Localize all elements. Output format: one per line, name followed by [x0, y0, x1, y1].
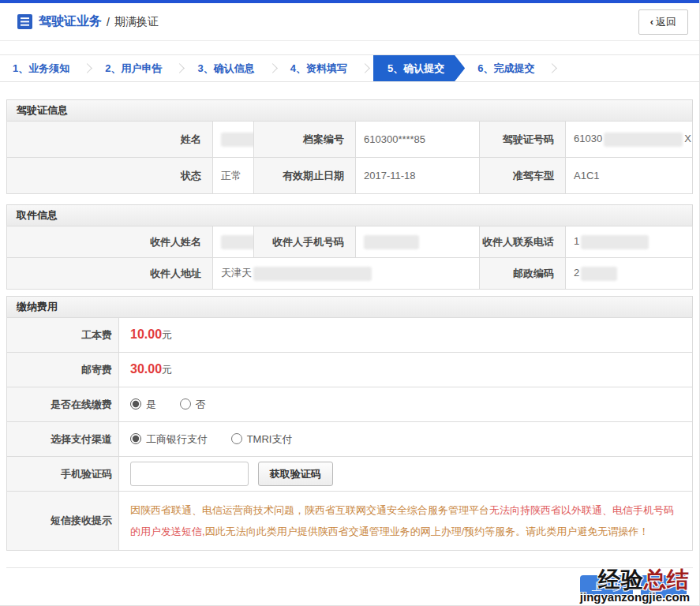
- sms-code-row: 获取验证码: [119, 457, 693, 492]
- radio-yes[interactable]: [130, 398, 141, 410]
- expiry-date-value: 2017-11-18: [356, 158, 480, 194]
- license-section-header: 驾驶证信息: [6, 99, 693, 121]
- pickup-section-header: 取件信息: [6, 204, 693, 226]
- table-row: 是否在线缴费 是 否: [7, 387, 693, 422]
- list-icon: [17, 14, 32, 29]
- postage-fee-label: 邮寄费: [7, 353, 119, 387]
- archive-number-label: 档案编号: [254, 122, 356, 158]
- recipient-mobile-value: [356, 226, 480, 258]
- censored-value: [581, 267, 617, 281]
- censored-value: [221, 133, 254, 147]
- recipient-tel-label: 收件人联系电话: [480, 226, 566, 258]
- table-row: 短信接收提示 因陕西省联通、电信运营商技术问题，陕西省互联网交通安全综合服务管理…: [7, 492, 693, 551]
- table-row: 选择支付渠道 工商银行支付 TMRI支付: [7, 422, 693, 457]
- archive-number-value: 610300****85: [356, 122, 480, 158]
- table-row: 邮寄费 30.00元: [7, 353, 693, 387]
- production-fee-value: 10.00元: [119, 318, 693, 353]
- sms-notice-text: 因陕西省联通、电信运营商技术问题，陕西省互联网交通安全综合服务管理平台无法向持陕…: [119, 492, 693, 551]
- chevron-separator-icon: [82, 63, 92, 73]
- sms-code-label: 手机验证码: [7, 457, 119, 492]
- name-value: [213, 122, 254, 158]
- pay-channel-label: 选择支付渠道: [7, 422, 119, 457]
- step-tab-6[interactable]: 6、完成提交: [465, 55, 547, 81]
- page-header: 驾驶证业务 / 期满换证 ‹返回: [0, 3, 699, 41]
- step-tab-3[interactable]: 3、确认信息: [185, 55, 267, 81]
- recipient-name-value: [213, 226, 254, 258]
- notice-part-1: 因陕西省联通、电信运营商技术问题，陕西省互联网交通安全综合服务管理平台: [130, 504, 489, 516]
- zip-code-label: 邮政编码: [480, 258, 566, 290]
- license-number-label: 驾驶证号码: [480, 122, 566, 158]
- step-tab-2[interactable]: 2、用户申告: [92, 55, 174, 81]
- online-pay-options: 是 否: [119, 387, 693, 422]
- production-fee-label: 工本费: [7, 318, 119, 353]
- table-row: 手机验证码 获取验证码: [7, 457, 693, 492]
- sms-notice-label: 短信接收提示: [7, 492, 119, 551]
- step-tab-1[interactable]: 1、业务须知: [0, 55, 82, 81]
- table-row: 收件人姓名 收件人手机号码 收件人联系电话 1: [7, 226, 693, 258]
- step-tab-5-active[interactable]: 5、确认提交: [373, 55, 465, 81]
- get-code-button[interactable]: 获取验证码: [258, 462, 333, 486]
- breadcrumb-divider: /: [107, 16, 110, 28]
- zip-code-value: 2: [566, 258, 693, 290]
- recipient-tel-value: 1: [566, 226, 693, 258]
- vehicle-class-label: 准驾车型: [480, 158, 566, 194]
- pickup-info-table: 收件人姓名 收件人手机号码 收件人联系电话 1 收件人地址 天津天 邮政编码 2: [6, 226, 693, 290]
- covered-submit-button[interactable]: [641, 575, 687, 598]
- censored-value: [364, 235, 419, 249]
- recipient-address-value: 天津天: [213, 258, 480, 290]
- license-number-value: 61030X: [566, 122, 693, 158]
- pay-channel-icbc[interactable]: 工商银行支付: [130, 433, 208, 445]
- step-tab-4[interactable]: 4、资料填写: [278, 55, 360, 81]
- radio-no[interactable]: [180, 398, 191, 410]
- online-pay-option-no[interactable]: 否: [180, 398, 206, 410]
- censored-value: [253, 267, 372, 281]
- fee-table: 工本费 10.00元 邮寄费 30.00元 是否在线缴费 是 否 选择支付渠道 …: [6, 317, 693, 551]
- recipient-address-label: 收件人地址: [7, 258, 213, 290]
- chevron-separator-icon: [548, 63, 558, 73]
- expiry-date-label: 有效期止日期: [254, 158, 356, 194]
- status-value: 正常: [213, 158, 254, 194]
- recipient-name-label: 收件人姓名: [7, 226, 213, 258]
- recipient-mobile-label: 收件人手机号码: [254, 226, 356, 258]
- chevron-separator-icon: [268, 63, 278, 73]
- table-row: 姓名 档案编号 610300****85 驾驶证号码 61030X: [7, 122, 693, 158]
- sms-code-input[interactable]: [130, 462, 249, 486]
- radio-tmri[interactable]: [231, 433, 242, 444]
- censored-value: [581, 235, 649, 249]
- back-button-label: 返回: [656, 16, 676, 28]
- license-info-table: 姓名 档案编号 610300****85 驾驶证号码 61030X 状态 正常 …: [6, 121, 693, 194]
- status-label: 状态: [7, 158, 213, 194]
- pay-channel-options: 工商银行支付 TMRI支付: [119, 422, 693, 457]
- previous-step-button[interactable]: 上一步: [580, 575, 633, 598]
- radio-icbc[interactable]: [130, 433, 141, 444]
- censored-value: [221, 235, 254, 249]
- online-pay-label: 是否在线缴费: [7, 387, 119, 422]
- chevron-separator-icon: [175, 63, 185, 73]
- pay-channel-tmri[interactable]: TMRI支付: [231, 433, 293, 445]
- chevron-left-icon: ‹: [650, 16, 653, 28]
- page-subtitle: 期满换证: [114, 15, 159, 29]
- back-button[interactable]: ‹返回: [638, 9, 688, 35]
- footer-action-bar: 上一步 经验总结 jingyanzongjie.com: [6, 567, 693, 606]
- name-label: 姓名: [7, 122, 213, 158]
- page-title: 驾驶证业务: [39, 13, 102, 30]
- censored-value: [604, 133, 683, 147]
- step-progress-bar: 1、业务须知 2、用户申告 3、确认信息 4、资料填写 5、确认提交 6、完成提…: [0, 54, 699, 82]
- table-row: 工本费 10.00元: [7, 318, 693, 353]
- online-pay-option-yes[interactable]: 是: [130, 398, 156, 410]
- postage-fee-value: 30.00元: [119, 353, 693, 387]
- table-row: 收件人地址 天津天 邮政编码 2: [7, 258, 693, 290]
- table-row: 状态 正常 有效期止日期 2017-11-18 准驾车型 A1C1: [7, 158, 693, 194]
- notice-part-3: 因此无法向此类用户提供陕西省交通管理业务的网上办理/预约等服务。请此类用户避免无…: [205, 526, 649, 537]
- chevron-separator-icon: [360, 63, 370, 73]
- fee-section-header: 缴纳费用: [6, 296, 693, 317]
- vehicle-class-value: A1C1: [566, 158, 693, 194]
